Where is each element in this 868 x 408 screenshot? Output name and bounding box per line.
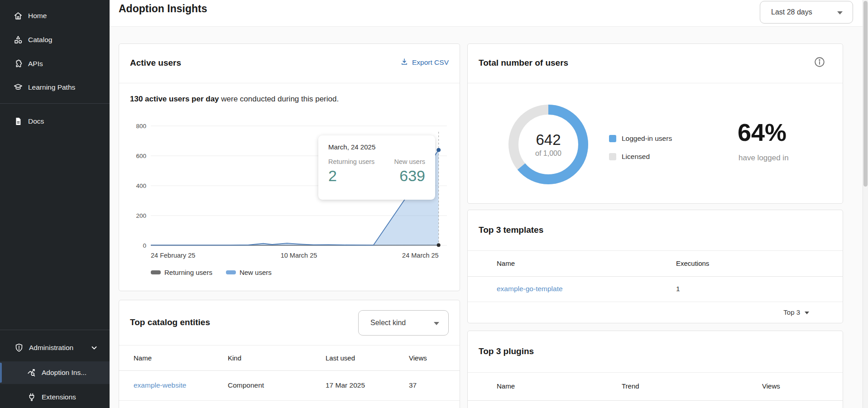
adoption-insights-icon xyxy=(26,367,37,378)
chart-tooltip: March, 24 2025 Returning users 2 New use… xyxy=(318,135,435,200)
template-name-link[interactable]: example-go-template xyxy=(497,285,563,293)
legend-swatch-returning xyxy=(151,270,161,274)
extensions-plug-icon xyxy=(26,392,37,403)
chevron-down-icon xyxy=(91,344,98,353)
svg-text:600: 600 xyxy=(136,153,146,159)
sidebar-item-extensions[interactable]: Extensions xyxy=(0,386,110,408)
sidebar-item-adoption-insights[interactable]: Adoption Ins... xyxy=(0,361,110,384)
column-header-executions: Executions xyxy=(676,259,709,267)
sidebar-item-label: Extensions xyxy=(42,393,76,401)
card-title: Top catalog entities xyxy=(130,317,210,327)
sidebar-item-label: APIs xyxy=(28,60,43,68)
summary-bold: 130 active users per day xyxy=(130,95,219,103)
svg-text:200: 200 xyxy=(136,212,146,219)
page-title: Adoption Insights xyxy=(119,3,207,15)
card-title: Top 3 templates xyxy=(479,225,543,235)
download-icon xyxy=(400,58,408,67)
card-header: Active users Export CSV xyxy=(119,44,460,83)
administration-shield-icon xyxy=(14,342,24,353)
top-n-select[interactable]: Top 3 xyxy=(783,308,809,316)
donut-value: 642 xyxy=(536,131,561,149)
tooltip-value: 2 xyxy=(328,167,374,185)
table-header-row: Name Kind Last used Views xyxy=(119,346,460,371)
active-users-card: Active users Export CSV 130 active users… xyxy=(119,43,460,291)
scrollbar-thumb[interactable] xyxy=(863,1,868,187)
sidebar-item-administration[interactable]: Administration xyxy=(0,336,110,359)
sidebar-item-catalog[interactable]: Catalog xyxy=(0,29,110,51)
tooltip-label: Returning users xyxy=(328,158,374,165)
donut-total: of 1,000 xyxy=(535,149,561,158)
template-executions: 1 xyxy=(676,285,680,293)
caret-down-icon xyxy=(837,11,843,14)
caret-down-icon xyxy=(805,312,809,314)
sidebar-item-docs[interactable]: Docs xyxy=(0,110,110,133)
card-title: Active users xyxy=(130,58,181,68)
export-csv-label: Export CSV xyxy=(412,58,449,67)
period-select-value: Last 28 days xyxy=(771,8,812,16)
entity-kind: Component xyxy=(228,381,264,389)
card-header: Top 3 templates xyxy=(468,210,843,251)
percent-sub-label: have logged in xyxy=(739,154,789,163)
info-icon[interactable] xyxy=(814,56,825,68)
entity-last-used: 17 Mar 2025 xyxy=(326,381,365,389)
donut-chart: 642 of 1,000 xyxy=(501,97,596,192)
sidebar-item-label: Adoption Ins... xyxy=(42,369,86,377)
learning-paths-icon xyxy=(13,82,24,93)
legend-label: Licensed xyxy=(622,153,650,161)
svg-text:800: 800 xyxy=(136,123,146,130)
svg-text:24 March 25: 24 March 25 xyxy=(402,252,439,259)
entity-views: 37 xyxy=(409,381,417,389)
table-row: example-go-template 1 xyxy=(468,277,843,302)
card-header: Top catalog entities Select kind xyxy=(119,300,460,346)
svg-text:400: 400 xyxy=(136,182,146,189)
kind-select[interactable]: Select kind xyxy=(358,310,449,336)
svg-text:10 March 25: 10 March 25 xyxy=(281,252,317,259)
entity-name-link[interactable]: example-website xyxy=(134,381,186,389)
column-header-last-used: Last used xyxy=(326,354,355,362)
legend-label: Logged-in users xyxy=(622,134,672,143)
card-title: Top 3 plugins xyxy=(479,346,534,356)
tooltip-returning-users: Returning users 2 xyxy=(328,158,374,185)
legend-returning-users: Returning users xyxy=(151,269,212,276)
tooltip-label: New users xyxy=(394,158,426,165)
svg-text:0: 0 xyxy=(143,242,146,249)
legend-logged-in: Logged-in users xyxy=(609,134,672,143)
legend-swatch-logged-in xyxy=(609,135,616,142)
sidebar-item-label: Docs xyxy=(28,117,44,125)
legend-swatch-licensed xyxy=(609,153,616,160)
sidebar-item-label: Home xyxy=(28,12,47,20)
donut-legend: Logged-in users Licensed xyxy=(609,134,672,171)
table-header-row: Name Executions xyxy=(468,251,843,277)
column-header-trend: Trend xyxy=(622,382,639,390)
svg-text:24 February 25: 24 February 25 xyxy=(151,252,195,259)
sidebar-item-label: Learning Paths xyxy=(28,83,75,91)
column-header-kind: Kind xyxy=(228,354,241,362)
sidebar-item-home[interactable]: Home xyxy=(0,5,110,27)
chart-legend: Returning users New users xyxy=(151,269,272,276)
period-select[interactable]: Last 28 days xyxy=(760,1,853,24)
card-title: Total number of users xyxy=(479,58,568,68)
export-csv-button[interactable]: Export CSV xyxy=(400,58,449,67)
top-templates-card: Top 3 templates Name Executions example-… xyxy=(467,210,843,323)
sidebar-item-apis[interactable]: APIs xyxy=(0,53,110,75)
tooltip-date: March, 24 2025 xyxy=(328,143,425,151)
donut-center-label: 642 of 1,000 xyxy=(501,97,596,192)
sidebar-item-learning-paths[interactable]: Learning Paths xyxy=(0,76,110,99)
legend-label: New users xyxy=(240,269,272,276)
card-header: Top 3 plugins xyxy=(468,331,843,373)
column-header-views: Views xyxy=(409,354,427,362)
home-icon xyxy=(13,10,24,21)
table-row: example-website Component 17 Mar 2025 37 xyxy=(119,371,460,401)
sidebar: Home Catalog APIs Learning Paths Docs xyxy=(0,0,110,408)
legend-new-users: New users xyxy=(226,269,272,276)
column-header-views: Views xyxy=(762,382,780,390)
tooltip-new-users: New users 639 xyxy=(394,158,426,185)
kind-select-value: Select kind xyxy=(370,319,406,327)
top-plugins-card: Top 3 plugins Name Trend Views xyxy=(467,331,843,408)
column-header-name: Name xyxy=(497,259,515,267)
legend-swatch-new xyxy=(226,270,236,274)
apis-icon xyxy=(13,58,24,69)
legend-licensed: Licensed xyxy=(609,153,672,161)
page-scrollbar[interactable] xyxy=(863,0,868,408)
selected-indicator xyxy=(0,363,2,383)
